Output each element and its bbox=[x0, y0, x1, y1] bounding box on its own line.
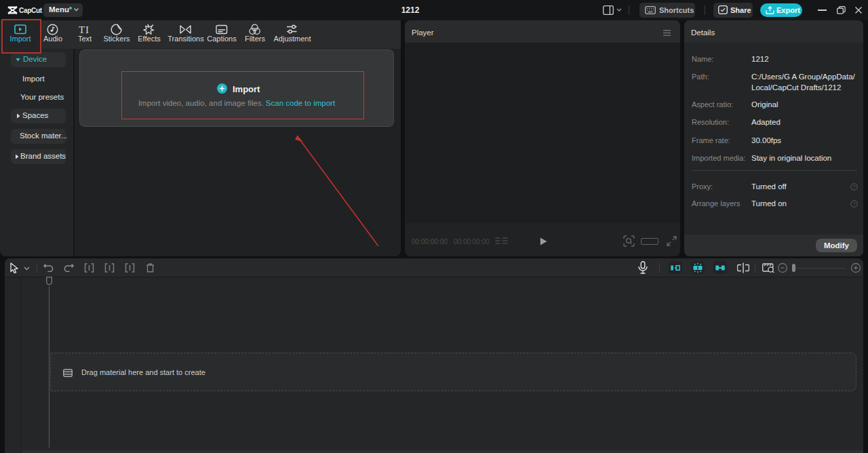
svg-text:T: T bbox=[79, 24, 85, 35]
svg-text:?: ? bbox=[853, 184, 856, 189]
svg-text:I: I bbox=[85, 24, 89, 35]
svg-text:?: ? bbox=[853, 201, 856, 206]
